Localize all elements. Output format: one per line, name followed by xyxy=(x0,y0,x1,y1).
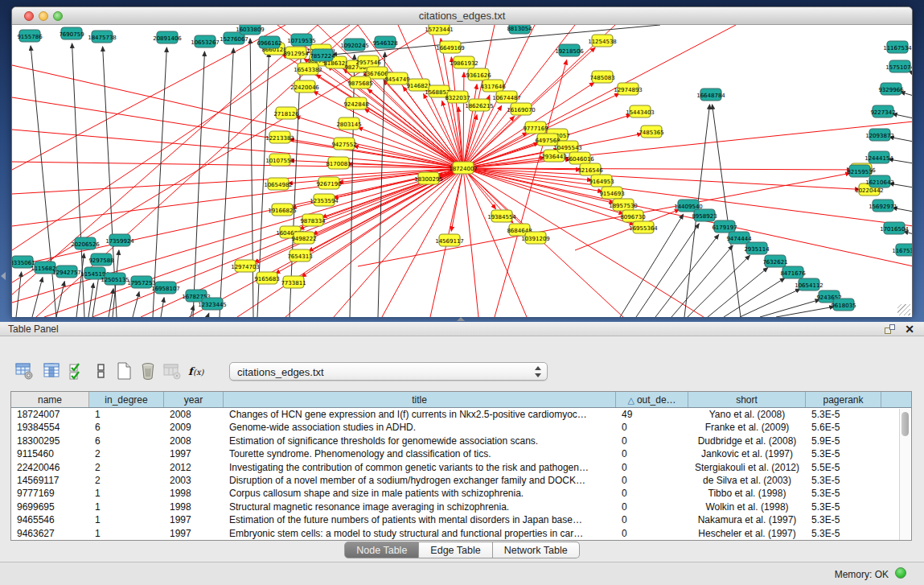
table-row[interactable]: 911546021997Tourette syndrome. Phenomeno… xyxy=(11,447,911,460)
graph-node[interactable]: 20206526 xyxy=(71,237,100,249)
table-cell[interactable]: 5.3E-5 xyxy=(806,474,881,487)
table-cell[interactable]: Disruption of a novel member of a sodium… xyxy=(224,474,616,487)
panel-splitter-handle[interactable] xyxy=(457,317,465,321)
table-cell[interactable]: 1998 xyxy=(164,487,224,500)
graph-node[interactable]: 11167534 xyxy=(883,41,912,53)
close-panel-icon[interactable]: ✕ xyxy=(905,323,914,336)
table-cell[interactable]: 9463627 xyxy=(11,527,89,540)
graph-node[interactable]: 8471676 xyxy=(780,266,806,278)
graph-node[interactable]: 20891406 xyxy=(153,31,182,43)
table-cell[interactable]: 14569117 xyxy=(11,474,89,487)
column-header-title[interactable]: title xyxy=(224,392,616,407)
graph-node[interactable]: 10719535 xyxy=(287,34,316,46)
table-cell[interactable]: 2012 xyxy=(164,461,224,474)
table-row[interactable]: 946362711997Embryonic stem cells: a mode… xyxy=(11,527,911,540)
table-cell[interactable]: Corpus callosum shape and size in male p… xyxy=(224,487,616,500)
graph-node[interactable]: 12942757 xyxy=(52,266,81,278)
graph-node[interactable]: 17016504 xyxy=(880,222,909,234)
graph-node[interactable]: 10391209 xyxy=(521,232,550,244)
graph-node[interactable]: 9242848 xyxy=(343,97,368,109)
graph-node[interactable]: 2803145 xyxy=(336,117,361,130)
table-cell[interactable]: 5.3E-5 xyxy=(806,447,881,460)
table-cell[interactable]: 0 xyxy=(616,487,688,500)
graph-node[interactable]: 18957530 xyxy=(609,199,638,211)
graph-node[interactable]: 16543382 xyxy=(294,63,322,75)
table-cell[interactable]: Estimation of significance thresholds fo… xyxy=(224,435,616,447)
graph-node[interactable]: 10495543 xyxy=(553,141,582,153)
graph-node[interactable]: 19861932 xyxy=(450,56,478,68)
graph-node[interactable]: 18626215 xyxy=(465,99,494,111)
tab-node-table[interactable]: Node Table xyxy=(344,542,419,558)
column-header-out-degree[interactable]: △out_de… xyxy=(616,392,688,407)
table-cell[interactable]: 1 xyxy=(89,501,164,513)
graph-node[interactable]: 17359924 xyxy=(105,234,134,246)
table-cell[interactable]: 5.9E-5 xyxy=(806,435,881,447)
graph-node[interactable]: 8096730 xyxy=(620,210,645,222)
graph-node[interactable]: 12974703 xyxy=(231,260,260,272)
graph-node[interactable]: 15751074 xyxy=(885,60,912,72)
table-cell[interactable]: 2 xyxy=(89,461,164,474)
graph-node[interactable]: 8322037 xyxy=(445,91,470,103)
table-cell[interactable]: 0 xyxy=(616,461,688,474)
table-cell[interactable]: 1997 xyxy=(164,447,224,460)
table-row[interactable]: 1938455462009Genome-wide association stu… xyxy=(11,421,911,434)
graph-node[interactable]: 16955364 xyxy=(629,221,658,233)
graph-node[interactable]: 9878334 xyxy=(300,214,326,226)
graph-node[interactable]: 12093872 xyxy=(865,129,894,141)
graph-node[interactable]: 14569117 xyxy=(435,234,464,246)
graph-node[interactable]: 9618035 xyxy=(831,299,856,311)
graph-node[interactable]: 7857224 xyxy=(310,49,335,61)
graph-node[interactable]: 16169070 xyxy=(507,103,536,115)
table-cell[interactable]: 5.6E-5 xyxy=(806,421,881,434)
function-builder-icon[interactable]: f(x) xyxy=(187,361,206,381)
table-source-select[interactable]: citations_edges.txt xyxy=(229,362,548,381)
column-header-pagerank[interactable]: pagerank xyxy=(806,392,881,407)
graph-node[interactable]: 18300295 xyxy=(414,172,443,184)
graph-node[interactable]: 22420046 xyxy=(290,80,319,93)
graph-node[interactable]: 19166825 xyxy=(268,204,297,216)
table-cell[interactable]: 0 xyxy=(616,421,688,434)
table-cell[interactable]: 5.3E-5 xyxy=(806,487,881,500)
graph-node[interactable]: 9165683 xyxy=(254,272,279,284)
graph-node[interactable]: 12505135 xyxy=(101,273,129,285)
rows-icon[interactable] xyxy=(92,361,111,381)
table-cell[interactable]: 1 xyxy=(89,513,164,526)
table-cell[interactable]: 5.3E-5 xyxy=(806,513,881,526)
table-row[interactable]: 2242004622012Investigating the contribut… xyxy=(11,461,911,474)
graph-node[interactable]: 9227342 xyxy=(870,105,895,117)
float-panel-icon[interactable] xyxy=(885,324,895,334)
graph-node[interactable]: 4317646 xyxy=(480,80,506,92)
table-cell[interactable]: Nakamura et al. (1997) xyxy=(688,513,806,526)
memory-status-indicator[interactable] xyxy=(895,567,906,579)
table-cell[interactable]: Stergiakouli et al. (2012) xyxy=(688,461,806,474)
table-cell[interactable]: Jankovic et al. (1997) xyxy=(688,447,806,460)
citation-network-graph[interactable]: 1872400786601288912954132260589827503165… xyxy=(12,25,912,317)
table-cell[interactable]: 18300295 xyxy=(11,435,89,447)
table-cell[interactable]: 2008 xyxy=(164,435,224,447)
graph-node[interactable]: 8215953 xyxy=(847,165,872,177)
table-cell[interactable]: 49 xyxy=(616,408,688,421)
table-cell[interactable]: 22420046 xyxy=(11,461,89,474)
graph-node[interactable]: 8813054 xyxy=(507,25,532,34)
graph-node[interactable]: 16958107 xyxy=(151,282,180,294)
table-cell[interactable]: 2009 xyxy=(164,421,224,434)
graph-node[interactable]: 7485365 xyxy=(639,126,663,138)
import-table-icon[interactable] xyxy=(162,361,182,381)
table-cell[interactable]: 0 xyxy=(616,501,688,513)
graph-node[interactable]: 16210643 xyxy=(865,175,894,187)
table-cell[interactable]: 2008 xyxy=(164,408,224,421)
graph-node[interactable]: 10654112 xyxy=(795,278,823,290)
graph-node[interactable]: 16649169 xyxy=(436,41,465,53)
table-cell[interactable]: 1997 xyxy=(164,527,224,540)
graph-node[interactable]: 19384554 xyxy=(487,210,516,222)
table-cell[interactable]: 2003 xyxy=(164,474,224,487)
column-header-in-degree[interactable]: in_degree xyxy=(89,392,164,407)
table-row[interactable]: 946554611997Estimation of the future num… xyxy=(11,513,911,526)
graph-node[interactable]: 9164953 xyxy=(589,175,614,187)
graph-node[interactable]: 7632621 xyxy=(762,255,787,267)
graph-node[interactable]: 6966162 xyxy=(257,36,281,48)
table-cell[interactable]: 1 xyxy=(89,487,164,500)
table-row[interactable]: 1830029562008Estimation of significance … xyxy=(11,435,911,447)
graph-node[interactable]: 9154693 xyxy=(599,187,624,199)
table-cell[interactable]: 2 xyxy=(89,447,164,460)
